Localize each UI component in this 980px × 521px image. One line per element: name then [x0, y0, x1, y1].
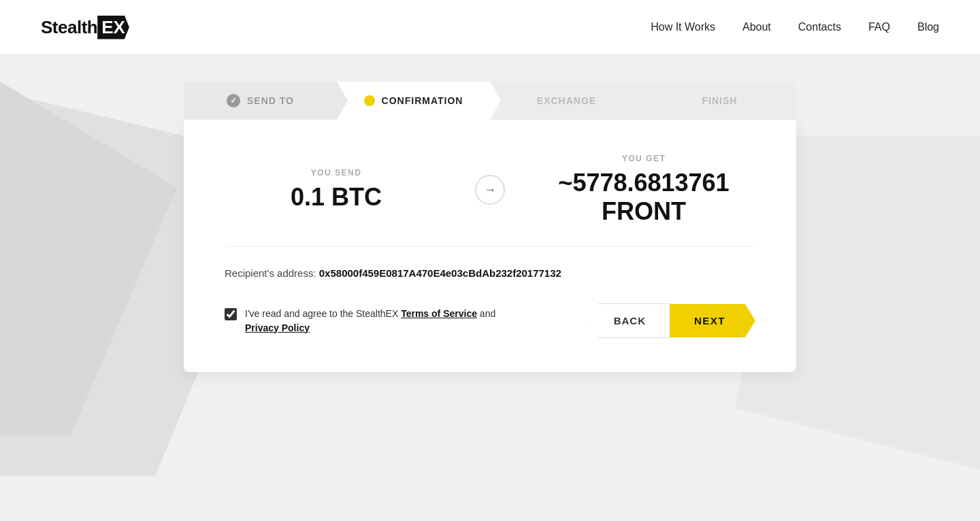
card: YOU SEND 0.1 BTC → YOU GET ~5778.6813761…: [184, 120, 796, 372]
step-finish-label: FINISH: [702, 95, 738, 106]
tos-checkbox[interactable]: [225, 308, 237, 320]
logo-stealth: Stealth: [41, 17, 97, 38]
next-button[interactable]: NEXT: [670, 304, 755, 337]
bottom-row: I've read and agree to the StealthEX Ter…: [225, 303, 755, 338]
nav-faq[interactable]: FAQ: [868, 21, 890, 33]
you-send-label: YOU SEND: [225, 168, 448, 178]
step-finish: FINISH: [643, 82, 796, 120]
recipient-label: Recipient's address:: [225, 267, 316, 279]
btn-row: BACK NEXT: [589, 303, 755, 338]
nav-about[interactable]: About: [742, 21, 771, 33]
you-get-amount: ~5778.6813761 FRONT: [532, 169, 755, 226]
you-send-amount: 0.1 BTC: [225, 183, 448, 212]
yellow-dot-icon: [364, 95, 375, 106]
logo[interactable]: StealthEX: [41, 16, 129, 39]
main: ✓ SEND TO CONFIRMATION EXCHANGE FINISH Y…: [0, 54, 980, 372]
tos-link[interactable]: Terms of Service: [401, 308, 477, 319]
tos-checkbox-label[interactable]: I've read and agree to the StealthEX Ter…: [225, 307, 495, 335]
recipient-row: Recipient's address: 0x58000f459E0817A47…: [225, 267, 755, 279]
you-send-side: YOU SEND 0.1 BTC: [225, 168, 448, 212]
step-send-to: ✓ SEND TO: [184, 82, 337, 120]
step-confirmation: CONFIRMATION: [337, 82, 490, 120]
nav-how-it-works[interactable]: How It Works: [651, 21, 715, 33]
arrow-icon: →: [475, 175, 505, 205]
exchange-row: YOU SEND 0.1 BTC → YOU GET ~5778.6813761…: [225, 154, 755, 247]
nav: How It Works About Contacts FAQ Blog: [651, 21, 939, 33]
header: StealthEX How It Works About Contacts FA…: [0, 0, 980, 54]
privacy-link[interactable]: Privacy Policy: [245, 322, 310, 333]
tos-text: I've read and agree to the StealthEX Ter…: [245, 307, 495, 335]
step-confirmation-label: CONFIRMATION: [382, 95, 463, 106]
nav-contacts[interactable]: Contacts: [798, 21, 841, 33]
logo-ex: EX: [97, 16, 129, 39]
you-get-label: YOU GET: [532, 154, 755, 163]
steps-bar: ✓ SEND TO CONFIRMATION EXCHANGE FINISH: [184, 82, 796, 120]
step-exchange: EXCHANGE: [490, 82, 643, 120]
step-exchange-label: EXCHANGE: [537, 95, 596, 106]
nav-blog[interactable]: Blog: [917, 21, 939, 33]
back-button[interactable]: BACK: [589, 303, 671, 338]
recipient-address: 0x58000f459E0817A470E4e03cBdAb232f201771…: [319, 267, 561, 279]
you-get-side: YOU GET ~5778.6813761 FRONT: [532, 154, 755, 226]
check-icon: ✓: [227, 94, 240, 107]
step-send-to-label: SEND TO: [247, 95, 294, 106]
